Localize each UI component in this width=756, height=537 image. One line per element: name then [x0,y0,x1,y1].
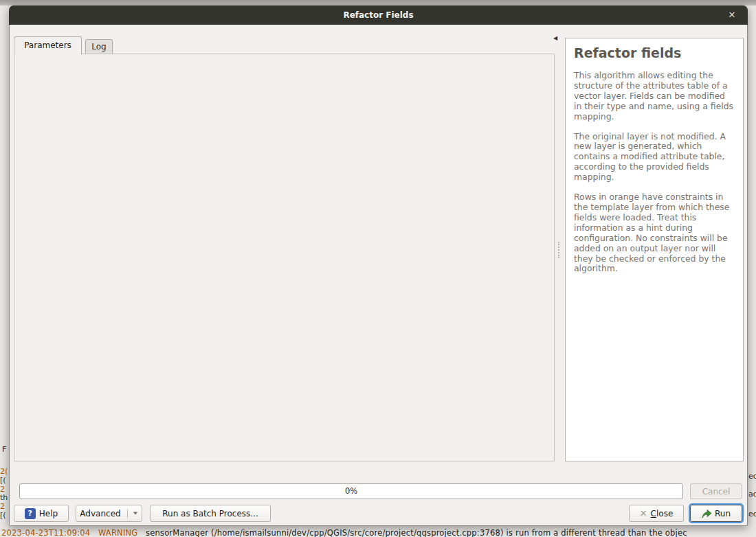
dialog-titlebar[interactable]: Refactor Fields ✕ [9,5,748,25]
cancel-button: Cancel [690,483,742,499]
panel-splitter-handle[interactable] [558,242,560,258]
log-fragment: F [2,445,6,454]
help-paragraph: The original layer is not modified. A ne… [574,132,735,183]
help-button-label: Help [39,509,58,518]
advanced-button-label: Advanced [80,509,120,518]
help-question-icon: ? [25,508,36,519]
log-fragment: ec [748,510,756,518]
help-paragraph: This algorithm allows editing the struct… [574,71,735,122]
help-paragraph: Rows in orange have constraints in the t… [574,192,735,274]
collapse-help-panel-icon[interactable]: ◀ [553,35,557,41]
close-window-icon[interactable]: ✕ [726,10,738,21]
button-divider [127,509,128,518]
close-x-icon: ✕ [640,508,647,518]
chevron-down-icon [133,512,137,515]
advanced-button[interactable]: Advanced [76,505,142,522]
tab-log[interactable]: Log [85,39,113,54]
run-arrow-icon [702,509,712,518]
log-message-line: 2023-04-23T11:09:04 WARNING sensorManage… [1,528,756,537]
log-fragment: 2( [0,467,8,476]
log-fragment: ad [748,490,756,499]
log-text: sensorManager (/home/ismailsunni/dev/cpp… [146,528,687,537]
close-button[interactable]: ✕ Close [629,505,684,522]
log-fragment: [( [0,476,6,485]
parameters-panel [14,54,555,461]
log-fragment: th [0,493,8,502]
desktop-top-strip [0,0,756,5]
run-as-batch-button[interactable]: Run as Batch Process... [150,505,271,522]
run-button-label: Run [715,509,731,518]
close-button-label: Close [651,509,674,518]
dialog-title: Refactor Fields [9,5,748,25]
run-button[interactable]: Run [690,505,742,522]
help-button[interactable]: ? Help [14,505,69,522]
progress-bar: 0% [19,483,683,499]
log-fragment: [( [0,511,6,520]
help-title: Refactor fields [574,45,735,60]
log-fragment: 2 [0,502,5,511]
log-timestamp: 2023-04-23T11:09:04 [1,528,90,537]
log-fragment: ec [748,472,756,481]
help-panel: Refactor fields This algorithm allows ed… [565,38,744,461]
log-level: WARNING [98,528,138,537]
tab-parameters[interactable]: Parameters [14,36,82,54]
